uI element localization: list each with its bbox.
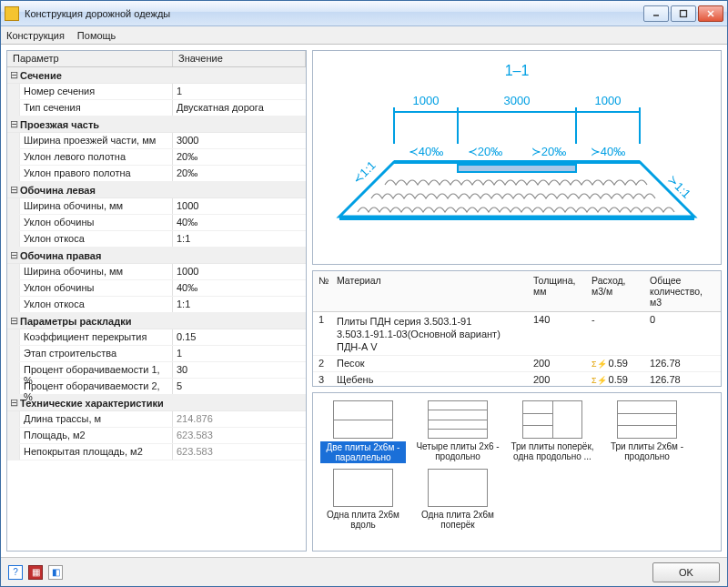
minimize-button[interactable]: [643, 5, 669, 22]
ok-button[interactable]: OK: [652, 562, 720, 582]
titlebar[interactable]: Конструкция дорожной одежды: [1, 1, 727, 26]
row-label: Процент оборачиваемости 1, %: [20, 362, 173, 378]
row-value[interactable]: 1000: [173, 264, 306, 279]
propgrid-row[interactable]: Уклон откоса1:1: [7, 231, 306, 248]
propgrid-row[interactable]: Уклон обочины40‰: [7, 215, 306, 231]
row-value[interactable]: 40‰: [173, 215, 306, 230]
col-n: №: [313, 271, 331, 311]
row-value[interactable]: 1000: [173, 198, 306, 214]
menu-construction[interactable]: Конструкция: [6, 30, 65, 41]
materials-body[interactable]: 1Плиты ПДН серия 3.503.1-913.503.1-91.1-…: [313, 312, 721, 386]
n-cell: 1: [313, 312, 331, 355]
svg-rect-20: [458, 165, 576, 172]
menubar: Конструкция Помощь: [1, 26, 727, 45]
propgrid-group[interactable]: ⊟Сечение: [7, 67, 306, 84]
row-value[interactable]: 20‰: [173, 166, 306, 181]
row-value[interactable]: 40‰: [173, 280, 306, 296]
maximize-button[interactable]: [671, 5, 696, 22]
materials-header: № Материал Толщина, мм Расход, м3/м Обще…: [313, 271, 721, 312]
row-value[interactable]: 20‰: [173, 149, 306, 165]
propgrid-row[interactable]: Ширина обочины, мм1000: [7, 264, 306, 280]
row-label: Коэффициент перекрытия: [20, 329, 173, 345]
material-row[interactable]: 1Плиты ПДН серия 3.503.1-913.503.1-91.1-…: [313, 312, 721, 356]
group-label: Проезжая часть: [20, 119, 99, 130]
row-label: Непокрытая площадь, м2: [20, 444, 173, 460]
row-value: 214.876: [173, 411, 306, 427]
row-value[interactable]: 1:1: [173, 231, 306, 247]
right-panel: 1–1 1000 3000 1000 ≺40‰: [312, 50, 722, 552]
propgrid-row[interactable]: Номер сечения1: [7, 84, 306, 100]
propgrid-group[interactable]: ⊟Обочина правая: [7, 248, 306, 264]
propgrid-row[interactable]: Площадь, м2623.583: [7, 428, 306, 444]
row-value[interactable]: Двускатная дорога: [173, 100, 306, 116]
row-value[interactable]: 30: [173, 362, 306, 378]
propgrid-row[interactable]: Ширина проезжей части, мм3000: [7, 133, 306, 149]
propgrid-group[interactable]: ⊟Технические характеристики: [7, 395, 306, 411]
tool-icon-2[interactable]: ◧: [48, 565, 63, 580]
svg-text:≻40‰: ≻40‰: [591, 145, 625, 158]
propgrid-body[interactable]: ⊟СечениеНомер сечения1Тип сеченияДвускат…: [7, 67, 306, 551]
row-value[interactable]: 0.15: [173, 329, 306, 345]
layout-label: Три плиты 2х6м - продольно: [604, 441, 690, 461]
materials-table: № Материал Толщина, мм Расход, м3/м Обще…: [312, 270, 722, 387]
cross-section-diagram: 1–1 1000 3000 1000 ≺40‰: [312, 50, 722, 265]
collapse-icon[interactable]: ⊟: [7, 118, 20, 130]
row-value[interactable]: 1:1: [173, 297, 306, 312]
layout-item[interactable]: Четыре плиты 2х6 - продольно: [415, 400, 500, 463]
calc-icon: Σ⚡: [592, 359, 607, 369]
t-cell: 200: [528, 356, 586, 371]
propgrid-row[interactable]: Уклон левого полотна20‰: [7, 149, 306, 166]
n-cell: 2: [313, 356, 331, 371]
propgrid-row[interactable]: Коэффициент перекрытия0.15: [7, 329, 306, 346]
propgrid-row[interactable]: Ширина обочины, мм1000: [7, 198, 306, 215]
help-icon[interactable]: ?: [8, 565, 23, 580]
propgrid-row[interactable]: Этап строительства1: [7, 346, 306, 362]
t-cell: 140: [528, 312, 586, 355]
layout-item[interactable]: Две плиты 2х6м - параллельно: [320, 400, 406, 463]
layout-label: Четыре плиты 2х6 - продольно: [415, 441, 500, 461]
propgrid-group[interactable]: ⊟Проезжая часть: [7, 116, 306, 133]
propgrid-row[interactable]: Процент оборачиваемости 2, %5: [7, 379, 306, 395]
propgrid-row[interactable]: Длина трассы, м214.876: [7, 411, 306, 428]
propgrid-group[interactable]: ⊟Параметры раскладки: [7, 313, 306, 329]
layout-item[interactable]: Три плиты поперёк, одна продольно ...: [510, 400, 595, 463]
menu-help[interactable]: Помощь: [77, 30, 116, 41]
row-value[interactable]: 1: [173, 346, 306, 361]
row-value[interactable]: 5: [173, 379, 306, 394]
tool-icon-1[interactable]: ▦: [28, 565, 43, 580]
propgrid-row[interactable]: Процент оборачиваемости 1, %30: [7, 362, 306, 379]
collapse-icon[interactable]: ⊟: [7, 315, 20, 327]
propgrid-group[interactable]: ⊟Обочина левая: [7, 182, 306, 198]
propgrid-row[interactable]: Уклон откоса1:1: [7, 297, 306, 313]
propgrid-row[interactable]: Уклон обочины40‰: [7, 280, 306, 297]
material-row[interactable]: 2Песок200Σ⚡0.59126.78: [313, 356, 721, 372]
property-grid: Параметр Значение ⊟СечениеНомер сечения1…: [6, 50, 307, 552]
layout-thumb: [617, 400, 677, 439]
row-label: Процент оборачиваемости 2, %: [20, 379, 173, 394]
material-row[interactable]: 3Щебень200Σ⚡0.59126.78: [313, 372, 721, 386]
r-cell: -: [586, 312, 644, 355]
close-button[interactable]: [698, 5, 723, 22]
row-value[interactable]: 1: [173, 84, 306, 99]
propgrid-header: Параметр Значение: [7, 51, 306, 67]
t-cell: 200: [528, 372, 586, 386]
propgrid-row[interactable]: Непокрытая площадь, м2623.583: [7, 444, 306, 460]
col-material: Материал: [331, 271, 528, 311]
layout-thumb: [428, 469, 488, 507]
propgrid-row[interactable]: Тип сеченияДвускатная дорога: [7, 100, 306, 116]
layout-item[interactable]: Одна плита 2х6м вдоль: [320, 469, 406, 530]
collapse-icon[interactable]: ⊟: [7, 397, 20, 409]
layout-item[interactable]: Три плиты 2х6м - продольно: [604, 400, 690, 463]
row-value[interactable]: 3000: [173, 133, 306, 148]
propgrid-row[interactable]: Уклон правого полотна20‰: [7, 166, 306, 182]
collapse-icon[interactable]: ⊟: [7, 69, 20, 81]
collapse-icon[interactable]: ⊟: [7, 249, 20, 261]
row-label: Ширина обочины, мм: [20, 264, 173, 279]
layout-item[interactable]: Одна плита 2х6м поперёк: [415, 469, 500, 530]
mat-cell: Щебень: [331, 372, 528, 386]
collapse-icon[interactable]: ⊟: [7, 184, 20, 196]
calc-icon: Σ⚡: [592, 376, 607, 385]
svg-text:3000: 3000: [504, 94, 531, 107]
row-label: Уклон откоса: [20, 231, 173, 247]
r-cell: Σ⚡0.59: [586, 372, 644, 386]
